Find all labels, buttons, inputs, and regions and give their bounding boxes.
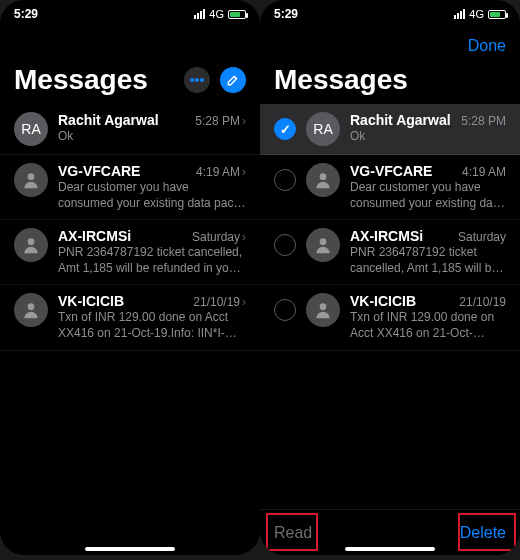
message-row[interactable]: VK-ICICIB 21/10/19 Txn of INR 129.00 don…: [260, 285, 520, 350]
sender-name: VK-ICICIB: [58, 293, 124, 309]
sender-name: VK-ICICIB: [350, 293, 416, 309]
person-icon: [313, 235, 333, 255]
avatar: [306, 228, 340, 262]
avatar: [306, 293, 340, 327]
person-icon: [313, 300, 333, 320]
home-indicator[interactable]: [85, 547, 175, 551]
message-list[interactable]: RA Rachit Agarwal 5:28 PM› Ok VG-VFCARE …: [0, 104, 260, 555]
delete-button[interactable]: Delete: [460, 524, 506, 542]
avatar: RA: [306, 112, 340, 146]
select-checkbox[interactable]: [274, 299, 296, 321]
message-row[interactable]: VG-VFCARE 4:19 AM Dear customer you have…: [260, 155, 520, 220]
message-preview: Txn of INR 129.00 done on Acct XX416 on …: [58, 310, 246, 341]
status-right: 4G: [454, 8, 506, 20]
person-icon: [313, 170, 333, 190]
message-time: 4:19 AM›: [196, 165, 246, 179]
check-icon: ✓: [280, 122, 291, 137]
sender-name: VG-VFCARE: [58, 163, 140, 179]
read-button[interactable]: Read: [274, 524, 312, 542]
message-preview: PNR 2364787192 ticket cancelled, Amt 1,1…: [58, 245, 246, 276]
network-label: 4G: [209, 8, 224, 20]
message-time: 21/10/19›: [193, 295, 246, 309]
header-actions: •••: [184, 67, 246, 93]
compose-icon: [226, 73, 240, 87]
message-list-edit[interactable]: ✓ RA Rachit Agarwal 5:28 PM Ok VG-VFCARE…: [260, 104, 520, 509]
status-bar: 5:29 4G: [0, 0, 260, 28]
message-time: 4:19 AM: [462, 165, 506, 179]
select-checkbox[interactable]: [274, 234, 296, 256]
chevron-right-icon: ›: [242, 295, 246, 309]
message-time: 21/10/19: [459, 295, 506, 309]
nav-bar: Done: [260, 28, 520, 64]
signal-icon: [194, 9, 205, 19]
avatar: [14, 228, 48, 262]
page-title: Messages: [14, 64, 148, 96]
person-icon: [21, 170, 41, 190]
message-row[interactable]: ✓ RA Rachit Agarwal 5:28 PM Ok: [260, 104, 520, 155]
chevron-right-icon: ›: [242, 165, 246, 179]
message-row[interactable]: VK-ICICIB 21/10/19› Txn of INR 129.00 do…: [0, 285, 260, 350]
message-preview: Txn of INR 129.00 done on Acct XX416 on …: [350, 310, 506, 341]
more-button[interactable]: •••: [184, 67, 210, 93]
status-time: 5:29: [274, 7, 298, 21]
person-icon: [21, 300, 41, 320]
chevron-right-icon: ›: [242, 230, 246, 244]
sender-name: AX-IRCMSi: [350, 228, 423, 244]
person-icon: [21, 235, 41, 255]
svg-point-0: [28, 173, 35, 180]
signal-icon: [454, 9, 465, 19]
status-bar: 5:29 4G: [260, 0, 520, 28]
messages-header: Messages •••: [0, 64, 260, 104]
message-time: Saturday›: [192, 230, 246, 244]
compose-button[interactable]: [220, 67, 246, 93]
sender-name: Rachit Agarwal: [350, 112, 451, 128]
sender-name: Rachit Agarwal: [58, 112, 159, 128]
message-row[interactable]: RA Rachit Agarwal 5:28 PM› Ok: [0, 104, 260, 155]
message-preview: Ok: [58, 129, 246, 145]
messages-app-edit: 5:29 4G Done Messages ✓ RA Rachit Agarwa…: [260, 0, 520, 555]
nav-bar: [0, 28, 260, 64]
avatar: [14, 293, 48, 327]
page-title: Messages: [274, 64, 408, 96]
select-checkbox[interactable]: ✓: [274, 118, 296, 140]
message-row[interactable]: AX-IRCMSi Saturday› PNR 2364787192 ticke…: [0, 220, 260, 285]
message-preview: Dear customer you have consumed your exi…: [350, 180, 506, 211]
message-row[interactable]: AX-IRCMSi Saturday PNR 2364787192 ticket…: [260, 220, 520, 285]
sender-name: AX-IRCMSi: [58, 228, 131, 244]
message-time: 5:28 PM›: [195, 114, 246, 128]
messages-header: Messages: [260, 64, 520, 104]
ellipsis-icon: •••: [190, 72, 205, 88]
svg-point-2: [28, 304, 35, 311]
svg-point-5: [320, 304, 327, 311]
message-row[interactable]: VG-VFCARE 4:19 AM› Dear customer you hav…: [0, 155, 260, 220]
svg-point-4: [320, 239, 327, 246]
sender-name: VG-VFCARE: [350, 163, 432, 179]
battery-icon: [488, 10, 506, 19]
avatar: [14, 163, 48, 197]
svg-point-1: [28, 239, 35, 246]
message-preview: Ok: [350, 129, 506, 145]
message-time: Saturday: [458, 230, 506, 244]
messages-app-normal: 5:29 4G Messages ••• RA Rachit Agarwal 5…: [0, 0, 260, 555]
svg-point-3: [320, 173, 327, 180]
message-time: 5:28 PM: [461, 114, 506, 128]
status-right: 4G: [194, 8, 246, 20]
status-time: 5:29: [14, 7, 38, 21]
select-checkbox[interactable]: [274, 169, 296, 191]
done-button[interactable]: Done: [468, 37, 506, 55]
battery-icon: [228, 10, 246, 19]
chevron-right-icon: ›: [242, 114, 246, 128]
avatar: [306, 163, 340, 197]
message-preview: Dear customer you have consumed your exi…: [58, 180, 246, 211]
avatar: RA: [14, 112, 48, 146]
home-indicator[interactable]: [345, 547, 435, 551]
network-label: 4G: [469, 8, 484, 20]
message-preview: PNR 2364787192 ticket cancelled, Amt 1,1…: [350, 245, 506, 276]
